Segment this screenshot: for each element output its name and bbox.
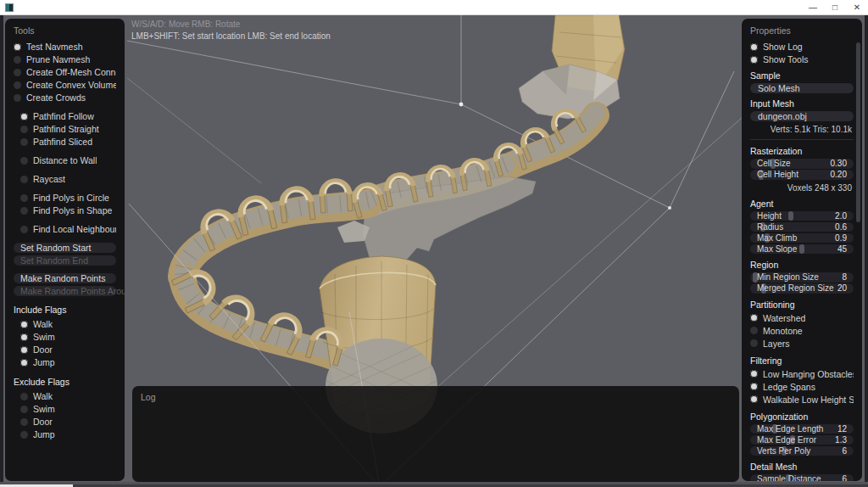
- test-option-list: Pathfind Follow Pathfind Straight Pathfi…: [14, 110, 116, 235]
- viewport[interactable]: W/S/A/D: Move RMB: Rotate LMB+SHIFT: Set…: [0, 15, 868, 482]
- voxels-note: Voxels 248 x 330: [750, 183, 852, 193]
- show-toggle[interactable]: Show Tools: [750, 53, 854, 65]
- filtering-option[interactable]: Low Hanging Obstacles: [750, 368, 854, 380]
- radio-icon: [20, 207, 28, 215]
- slider[interactable]: Max Edge Error 1.3: [750, 435, 854, 445]
- slider[interactable]: Min Region Size 8: [750, 272, 854, 283]
- test-option[interactable]: Pathfind Straight: [20, 123, 116, 135]
- sample-dropdown[interactable]: Solo Mesh: [750, 83, 854, 93]
- slider-label: Radius: [757, 222, 783, 232]
- option-label: Create Off-Mesh Connections: [26, 67, 116, 77]
- exclude-flag-option[interactable]: Walk: [20, 390, 116, 402]
- include-flag-option[interactable]: Swim: [20, 331, 116, 343]
- exclude-flag-option[interactable]: Swim: [20, 403, 116, 415]
- exclude-flag-option[interactable]: Door: [20, 416, 116, 428]
- slider-label: Sample Distance: [757, 474, 821, 481]
- input-mesh-dropdown[interactable]: dungeon.obj: [750, 111, 854, 121]
- agent-title: Agent: [750, 199, 854, 209]
- slider-thumb[interactable]: [788, 211, 793, 221]
- window-bottom-border: [0, 482, 868, 487]
- button-label: Set Random Start: [20, 243, 91, 253]
- tool-mode-option[interactable]: Prune Navmesh: [14, 53, 116, 65]
- slider[interactable]: Cell Height 0.20: [750, 170, 854, 180]
- slider[interactable]: Max Slope 45: [750, 244, 854, 255]
- radio-icon: [14, 81, 21, 89]
- random-action-button[interactable]: Make Random Points Around: [14, 286, 116, 296]
- help-line-1: W/S/A/D: Move RMB: Rotate: [131, 19, 331, 31]
- option-label: Pathfind Straight: [33, 124, 99, 134]
- check-icon: [20, 359, 28, 367]
- input-mesh-value: dungeon.obj: [758, 111, 807, 121]
- properties-scrollbar[interactable]: [856, 42, 860, 222]
- minimize-button[interactable]: —: [802, 1, 824, 14]
- show-toggle[interactable]: Show Log: [750, 41, 854, 53]
- slider-value: 45: [837, 244, 847, 254]
- option-label: Ledge Spans: [763, 382, 815, 392]
- slider-label: Cell Size: [757, 159, 790, 168]
- slider-thumb[interactable]: [799, 244, 804, 255]
- tool-mode-option[interactable]: Create Convex Volumes: [14, 79, 116, 91]
- tools-panel: Tools Test Navmesh Prune Navmesh: [5, 19, 125, 481]
- slider[interactable]: Height 2.0: [750, 211, 854, 221]
- include-flag-option[interactable]: Door: [20, 344, 116, 355]
- slider-label: Max Climb: [757, 233, 797, 243]
- partitioning-option[interactable]: Layers: [750, 338, 854, 350]
- radio-icon: [750, 314, 758, 322]
- test-option[interactable]: Raycast: [20, 173, 116, 185]
- close-button[interactable]: ✕: [846, 1, 868, 14]
- slider[interactable]: Merged Region Size 20: [750, 283, 854, 294]
- radio-icon: [20, 113, 28, 120]
- check-icon: [750, 395, 758, 403]
- option-label: Prune Navmesh: [26, 54, 90, 64]
- include-flag-option[interactable]: Jump: [20, 356, 116, 368]
- random-action-button[interactable]: Make Random Points: [14, 273, 116, 283]
- exclude-flag-option[interactable]: Jump: [20, 428, 116, 440]
- slider[interactable]: Max Climb 0.9: [750, 233, 854, 244]
- properties-panel: Properties Show Log Show Tools Sample So…: [742, 19, 862, 481]
- slider[interactable]: Max Edge Length 12: [750, 424, 854, 434]
- include-flag-list: Walk Swim Door Jump: [14, 318, 116, 368]
- slider-label: Max Slope: [757, 244, 797, 254]
- test-option[interactable]: Find Polys in Circle: [20, 192, 116, 204]
- check-icon: [750, 56, 758, 64]
- radio-icon: [14, 69, 21, 76]
- detail-mesh-sliders: Sample Distance 6 Max Sample Error 1: [750, 474, 854, 481]
- random-action-button[interactable]: Set Random End: [14, 255, 116, 266]
- slider[interactable]: Sample Distance 6: [750, 474, 854, 481]
- exclude-flags-title: Exclude Flags: [14, 377, 116, 387]
- test-option[interactable]: Pathfind Sliced: [20, 136, 116, 148]
- radio-icon: [14, 43, 21, 51]
- test-option[interactable]: Pathfind Follow: [20, 110, 116, 122]
- check-icon: [20, 346, 28, 354]
- random-action-button[interactable]: Set Random Start: [14, 243, 116, 253]
- radio-icon: [20, 138, 28, 146]
- filtering-option[interactable]: Walkable Low Height Spans: [750, 394, 854, 406]
- test-option[interactable]: Find Local Neighbourhood: [20, 223, 116, 235]
- tool-mode-option[interactable]: Create Crowds: [14, 92, 116, 104]
- tool-mode-option[interactable]: Test Navmesh: [14, 41, 116, 53]
- test-option[interactable]: Distance to Wall: [20, 154, 116, 166]
- partitioning-option[interactable]: Watershed: [750, 312, 854, 324]
- option-label: Door: [33, 344, 53, 355]
- check-icon: [750, 43, 758, 51]
- slider-value: 1.3: [835, 435, 847, 445]
- tool-mode-option[interactable]: Create Off-Mesh Connections: [14, 66, 116, 78]
- radio-icon: [20, 226, 28, 233]
- radio-icon: [750, 339, 758, 347]
- slider[interactable]: Cell Size 0.30: [750, 159, 854, 169]
- option-label: Test Navmesh: [26, 42, 83, 52]
- include-flag-option[interactable]: Walk: [20, 318, 116, 330]
- radio-icon: [20, 157, 28, 165]
- random-button-list: Set Random Start Set Random End Make Ran…: [14, 243, 116, 296]
- include-flags-title: Include Flags: [14, 305, 116, 315]
- titlebar: — □ ✕: [0, 0, 868, 15]
- slider[interactable]: Verts Per Poly 6: [750, 446, 854, 456]
- viewport-help-text: W/S/A/D: Move RMB: Rotate LMB+SHIFT: Set…: [131, 19, 331, 42]
- slider-value: 2.0: [835, 211, 847, 221]
- partitioning-option[interactable]: Monotone: [750, 325, 854, 337]
- test-option[interactable]: Find Polys in Shape: [20, 204, 116, 216]
- maximize-button[interactable]: □: [824, 1, 846, 14]
- slider[interactable]: Radius 0.6: [750, 222, 854, 232]
- filtering-option[interactable]: Ledge Spans: [750, 381, 854, 393]
- radio-icon: [14, 56, 21, 64]
